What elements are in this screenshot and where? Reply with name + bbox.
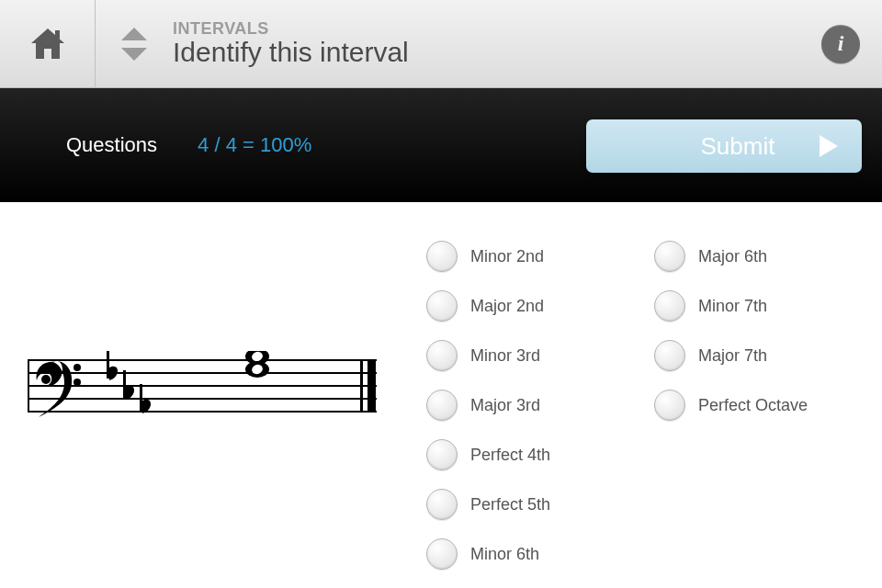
page-title: Identify this interval <box>173 37 799 68</box>
answer-option[interactable]: Minor 7th <box>654 281 882 331</box>
updown-icon <box>116 22 153 66</box>
answer-option[interactable]: Minor 6th <box>426 529 654 579</box>
radio-icon <box>426 241 458 272</box>
answer-label: Major 7th <box>698 346 767 366</box>
questions-label: Questions <box>66 133 157 157</box>
radio-icon <box>426 390 458 421</box>
radio-icon <box>654 241 685 272</box>
svg-point-11 <box>74 379 81 386</box>
answer-label: Perfect 4th <box>470 446 550 465</box>
submit-label: Submit <box>701 132 775 161</box>
answer-option[interactable]: Major 6th <box>654 232 882 281</box>
bass-clef-icon <box>37 360 81 417</box>
answer-label: Perfect Octave <box>698 396 808 415</box>
svg-rect-13 <box>123 370 126 398</box>
content-area: Minor 2nd Major 2nd Minor 3rd Major 3rd … <box>0 202 882 579</box>
home-icon <box>28 26 68 62</box>
svg-rect-12 <box>107 351 109 379</box>
svg-point-10 <box>74 364 81 371</box>
radio-icon <box>426 290 458 322</box>
svg-rect-14 <box>140 384 142 412</box>
svg-rect-7 <box>360 360 363 412</box>
title-block: INTERVALS Identify this interval <box>173 19 799 68</box>
submit-button[interactable]: Submit <box>586 119 862 173</box>
answer-column-2: Major 6th Minor 7th Major 7th Perfect Oc… <box>654 232 882 579</box>
radio-icon <box>654 340 685 371</box>
answer-option[interactable]: Perfect 4th <box>426 430 654 480</box>
music-staff <box>28 351 377 441</box>
svg-rect-8 <box>368 360 376 412</box>
answer-option[interactable]: Major 3rd <box>426 380 654 430</box>
answer-label: Major 6th <box>698 247 767 266</box>
svg-rect-0 <box>55 30 60 39</box>
answer-option[interactable]: Perfect 5th <box>426 480 654 529</box>
home-button[interactable] <box>0 0 96 88</box>
answer-column-1: Minor 2nd Major 2nd Minor 3rd Major 3rd … <box>426 232 654 579</box>
status-bar: Questions 4 / 4 = 100% Submit <box>0 88 882 202</box>
radio-icon <box>654 390 685 421</box>
answers-panel: Minor 2nd Major 2nd Minor 3rd Major 3rd … <box>390 232 882 579</box>
top-toolbar: INTERVALS Identify this interval i <box>0 0 882 88</box>
info-button[interactable]: i <box>821 25 860 63</box>
answer-option[interactable]: Major 7th <box>654 331 882 380</box>
nav-updown-button[interactable] <box>96 0 173 88</box>
answer-label: Minor 7th <box>698 297 767 316</box>
interval-notes <box>245 351 269 378</box>
svg-rect-6 <box>28 360 29 412</box>
radio-icon <box>426 489 458 520</box>
radio-icon <box>654 290 685 322</box>
category-label: INTERVALS <box>173 19 799 39</box>
answer-label: Perfect 5th <box>470 495 550 514</box>
notation-panel <box>0 232 390 579</box>
answer-option[interactable]: Minor 3rd <box>426 331 654 380</box>
radio-icon <box>426 340 458 371</box>
answer-label: Minor 3rd <box>470 346 540 366</box>
radio-icon <box>426 439 458 470</box>
svg-point-9 <box>41 375 51 384</box>
info-icon: i <box>838 31 844 56</box>
answer-label: Major 3rd <box>470 396 540 415</box>
answer-label: Minor 2nd <box>470 247 544 266</box>
play-arrow-icon <box>818 133 840 159</box>
answer-option[interactable]: Perfect Octave <box>654 380 882 430</box>
radio-icon <box>426 538 458 570</box>
answer-label: Minor 6th <box>470 545 539 564</box>
score-text: 4 / 4 = 100% <box>198 133 311 157</box>
answer-label: Major 2nd <box>470 297 544 316</box>
answer-option[interactable]: Major 2nd <box>426 281 654 331</box>
answer-option[interactable]: Minor 2nd <box>426 232 654 281</box>
